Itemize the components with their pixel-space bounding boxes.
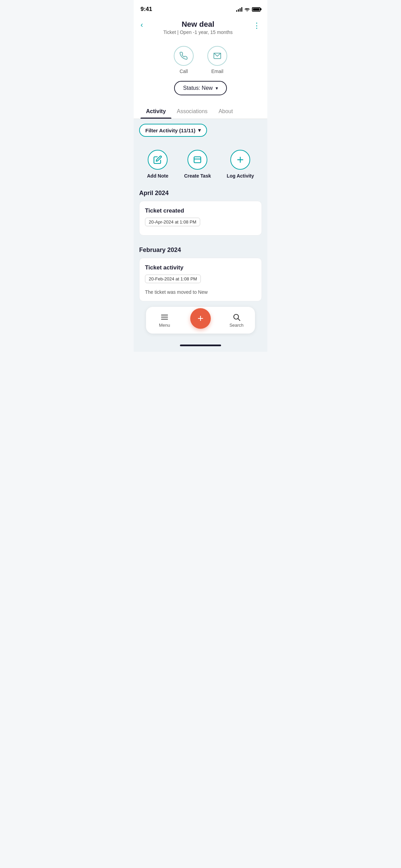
filter-label: Filter Activity (11/11): [145, 128, 195, 133]
task-icon: [193, 155, 202, 164]
tab-about[interactable]: About: [213, 104, 239, 119]
filter-bar: Filter Activity (11/11) ▾: [134, 119, 267, 142]
page-header: ‹ New deal Ticket | Open -1 year, 15 mon…: [134, 16, 267, 40]
tab-activity[interactable]: Activity: [141, 104, 171, 119]
email-icon: [213, 52, 221, 60]
activity-section: Add Note Create Task Log Activity April …: [134, 142, 267, 352]
activity-card-ticket-activity: Ticket activity 20-Feb-2024 at 1:08 PM T…: [139, 258, 262, 301]
status-icons: [236, 7, 260, 12]
svg-rect-1: [194, 157, 201, 162]
phone-icon: [180, 52, 188, 60]
more-button[interactable]: ⋮: [253, 20, 260, 30]
month-heading-february: February 2024: [139, 241, 262, 258]
tab-associations[interactable]: Associations: [171, 104, 213, 119]
call-icon-circle: [174, 46, 194, 66]
add-note-icon-circle: [148, 150, 168, 170]
activity-title: Ticket created: [145, 207, 256, 214]
wifi-icon: [244, 7, 250, 11]
log-activity-icon-circle: [230, 150, 250, 170]
tab-bar: Activity Associations About: [134, 104, 267, 119]
status-row: Status: New ▾: [134, 81, 267, 104]
note-edit-icon: [153, 155, 162, 164]
action-row: Call Email: [134, 40, 267, 81]
activity-date-2: 20-Feb-2024 at 1:08 PM: [145, 275, 201, 283]
add-note-action[interactable]: Add Note: [147, 150, 168, 179]
email-label: Email: [211, 69, 223, 74]
status-time: 9:41: [141, 6, 152, 13]
page-subtitle: Ticket | Open -1 year, 15 months: [143, 29, 253, 35]
call-label: Call: [180, 69, 188, 74]
home-indicator: [139, 342, 262, 352]
search-nav-item[interactable]: Search: [226, 313, 247, 328]
call-action[interactable]: Call: [174, 46, 194, 74]
email-icon-circle: [207, 46, 227, 66]
status-label: Status: New: [183, 85, 212, 91]
quick-actions: Add Note Create Task Log Activity: [139, 142, 262, 184]
signal-icon: [236, 7, 242, 12]
status-bar: 9:41: [134, 0, 267, 16]
create-task-icon-circle: [187, 150, 207, 170]
menu-nav-item[interactable]: Menu: [154, 313, 175, 328]
header-center: New deal Ticket | Open -1 year, 15 month…: [143, 20, 253, 35]
add-note-label: Add Note: [147, 173, 168, 179]
menu-label: Menu: [159, 323, 170, 328]
page-title: New deal: [143, 20, 253, 29]
add-icon: +: [197, 313, 204, 324]
email-action[interactable]: Email: [207, 46, 227, 74]
activity-title-2: Ticket activity: [145, 264, 256, 271]
add-button[interactable]: +: [190, 308, 211, 329]
activity-date: 20-Apr-2024 at 1:08 PM: [145, 218, 200, 226]
plus-circle-icon: [236, 155, 245, 164]
chevron-down-icon: ▾: [216, 85, 218, 91]
svg-line-9: [238, 318, 240, 321]
log-activity-label: Log Activity: [227, 173, 254, 179]
bottom-nav: Menu + Search: [146, 307, 255, 334]
home-bar: [180, 345, 221, 346]
month-heading-april: April 2024: [139, 184, 262, 201]
battery-icon: [252, 7, 260, 12]
create-task-action[interactable]: Create Task: [184, 150, 211, 179]
filter-chevron-icon: ▾: [198, 127, 201, 133]
activity-description: The ticket was moved to New: [145, 289, 256, 295]
back-button[interactable]: ‹: [141, 20, 143, 29]
search-icon: [232, 313, 241, 321]
filter-activity-button[interactable]: Filter Activity (11/11) ▾: [139, 124, 207, 137]
log-activity-action[interactable]: Log Activity: [227, 150, 254, 179]
status-button[interactable]: Status: New ▾: [174, 81, 227, 95]
menu-icon: [160, 313, 169, 321]
create-task-label: Create Task: [184, 173, 211, 179]
activity-card-ticket-created: Ticket created 20-Apr-2024 at 1:08 PM: [139, 201, 262, 236]
search-label: Search: [229, 323, 243, 328]
